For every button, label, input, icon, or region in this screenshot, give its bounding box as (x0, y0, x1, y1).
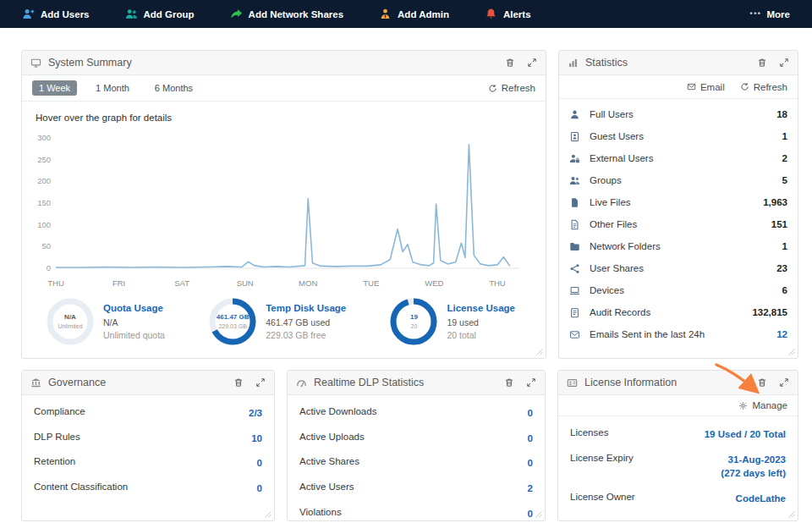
expand-icon[interactable] (527, 58, 537, 68)
statistic-value: 1 (782, 241, 787, 251)
manage-license-button[interactable]: Manage (738, 400, 787, 410)
nav-action-label: Add Admin (398, 9, 449, 19)
dlp-label: Active Users (299, 482, 354, 492)
time-range-tab[interactable]: 1 Week (32, 80, 77, 96)
more-label: More (767, 9, 790, 19)
statistic-row: Guest Users 1 (569, 125, 787, 147)
statistic-row: Emails Sent in the last 24h 12 (569, 323, 787, 345)
governance-value-link[interactable]: 10 (251, 432, 262, 446)
gauge-icon (296, 377, 307, 388)
trash-icon[interactable] (233, 377, 244, 388)
resize-handle[interactable] (788, 511, 795, 518)
governance-value-link[interactable]: 0 (257, 456, 262, 471)
nav-action-button[interactable]: Alerts (485, 8, 531, 20)
svg-text:300: 300 (37, 133, 51, 142)
license-value-link[interactable]: 19 Used / 20 Total (705, 427, 786, 442)
statistic-row-icon (569, 131, 580, 142)
nav-action-icon (485, 8, 497, 20)
time-range-tab[interactable]: 6 Months (148, 80, 200, 96)
trash-icon[interactable] (757, 377, 767, 388)
governance-value-link[interactable]: 2/3 (249, 406, 262, 421)
usage-line-chart[interactable]: 050100150200250300THUFRISATSUNMONTUEWEDT… (29, 128, 528, 294)
svg-text:FRI: FRI (112, 278, 125, 288)
statistic-label: Guest Users (590, 131, 644, 141)
license-label: License Owner (570, 492, 635, 502)
nav-action-label: Add Group (144, 9, 195, 19)
expand-icon[interactable] (779, 58, 789, 68)
governance-row: DLP Rules 10 (34, 432, 262, 446)
nav-action-icon (22, 8, 35, 20)
statistic-value: 1 (782, 131, 787, 141)
governance-value-link[interactable]: 0 (257, 482, 262, 496)
statistics-header: Statistics (559, 51, 798, 75)
donut-total: 229.03 GB (218, 322, 246, 330)
email-button[interactable]: Email (687, 82, 725, 92)
governance-label: Content Classification (34, 482, 128, 492)
resize-handle[interactable] (536, 349, 543, 355)
usage-stat: 461.47 GB 229.03 GB Temp Disk Usage 461.… (208, 297, 346, 346)
usage-line2: Unlimited quota (103, 330, 165, 340)
license-value-link[interactable]: 31-Aug-2023 (272 days left) (721, 453, 786, 481)
bar-chart-icon (568, 58, 579, 69)
email-icon (687, 82, 696, 91)
license-label: Licenses (570, 427, 608, 438)
statistic-label: Audit Records (590, 307, 650, 317)
governance-label: Compliance (34, 406, 85, 416)
dlp-row: Active Users 2 (299, 482, 533, 496)
dlp-label: Violations (299, 507, 342, 517)
summary-refresh-button[interactable]: Refresh (488, 83, 535, 93)
statistics-panel: Statistics Email Refresh (558, 50, 798, 359)
more-button[interactable]: ••• More (750, 9, 790, 19)
nav-action-button[interactable]: Add Users (22, 8, 90, 20)
usage-title-link[interactable]: Quota Usage (103, 303, 165, 313)
nav-action-label: Add Users (41, 9, 90, 19)
statistic-row-icon (569, 197, 580, 208)
statistic-value: 151 (771, 219, 787, 229)
dlp-value-link[interactable]: 0 (528, 507, 533, 521)
expand-icon[interactable] (779, 377, 789, 388)
statistic-row: Groups 5 (569, 169, 787, 191)
expand-icon[interactable] (526, 377, 536, 388)
trash-icon[interactable] (505, 58, 515, 68)
system-summary-title: System Summary (48, 57, 132, 69)
donut-chart: N/A Unlimited (46, 297, 95, 346)
statistics-refresh-button[interactable]: Refresh (740, 82, 787, 92)
expand-icon[interactable] (255, 377, 266, 388)
statistic-value: 5 (782, 175, 787, 185)
governance-label: Retention (34, 456, 75, 466)
trash-icon[interactable] (757, 58, 767, 68)
resize-handle[interactable] (265, 511, 272, 518)
resize-handle[interactable] (788, 349, 795, 355)
dashboard: System Summary 1 Week 1 Month 6 Months (0, 28, 812, 521)
license-header: License Information (558, 371, 798, 395)
statistic-label: Other Files (590, 219, 637, 229)
trash-icon[interactable] (504, 377, 514, 388)
nav-action-button[interactable]: Add Network Shares (230, 8, 343, 20)
dlp-value-link[interactable]: 0 (528, 456, 533, 471)
svg-text:TUE: TUE (363, 278, 379, 288)
dlp-row: Active Downloads 0 (299, 406, 533, 421)
dlp-value-link[interactable]: 0 (528, 432, 533, 446)
nav-action-button[interactable]: Add Group (125, 8, 195, 20)
resize-handle[interactable] (535, 511, 542, 518)
license-value-link[interactable]: CodeLathe (736, 492, 786, 506)
time-range-tab[interactable]: 1 Month (89, 80, 136, 96)
statistic-row-icon (569, 153, 580, 164)
donut-chart: 461.47 GB 229.03 GB (208, 297, 257, 346)
dlp-value-link[interactable]: 2 (528, 482, 533, 496)
dlp-rows: Active Downloads 0 Active Uploads 0 Acti… (288, 395, 545, 520)
time-range-tabs: 1 Week 1 Month 6 Months (32, 80, 200, 96)
dlp-title: Realtime DLP Statistics (314, 377, 424, 388)
usage-title-link[interactable]: License Usage (447, 303, 515, 313)
summary-toolbar: 1 Week 1 Month 6 Months Refresh (22, 75, 546, 102)
svg-text:250: 250 (37, 155, 51, 164)
governance-row: Retention 0 (34, 456, 262, 471)
nav-action-button[interactable]: Add Admin (379, 8, 449, 20)
nav-action-label: Alerts (503, 9, 531, 19)
statistic-label: Full Users (590, 109, 634, 119)
statistic-row-icon (569, 329, 580, 340)
usage-line1: 461.47 GB used (266, 317, 346, 328)
dlp-value-link[interactable]: 0 (528, 406, 533, 421)
usage-title-link[interactable]: Temp Disk Usage (266, 303, 346, 313)
refresh-icon (740, 82, 749, 91)
